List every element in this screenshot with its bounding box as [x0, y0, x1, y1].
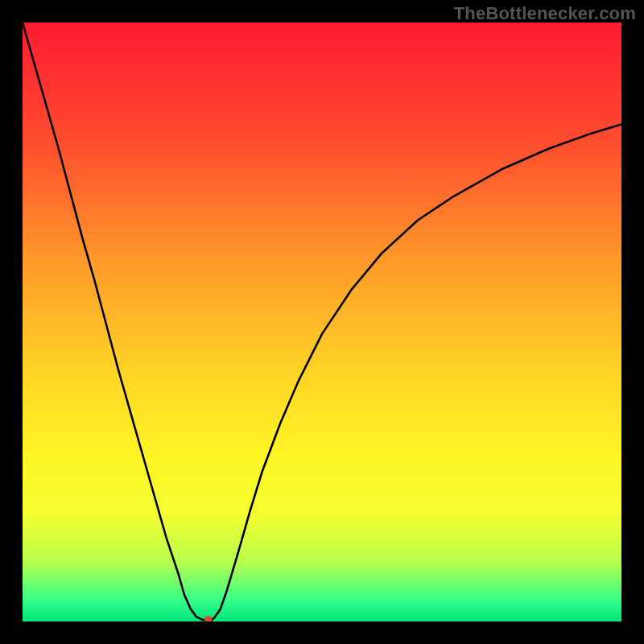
- chart-background: [23, 23, 621, 621]
- bottleneck-chart: [23, 23, 621, 621]
- chart-frame: TheBottleneсker.com: [0, 0, 644, 644]
- watermark-text: TheBottleneсker.com: [454, 3, 636, 24]
